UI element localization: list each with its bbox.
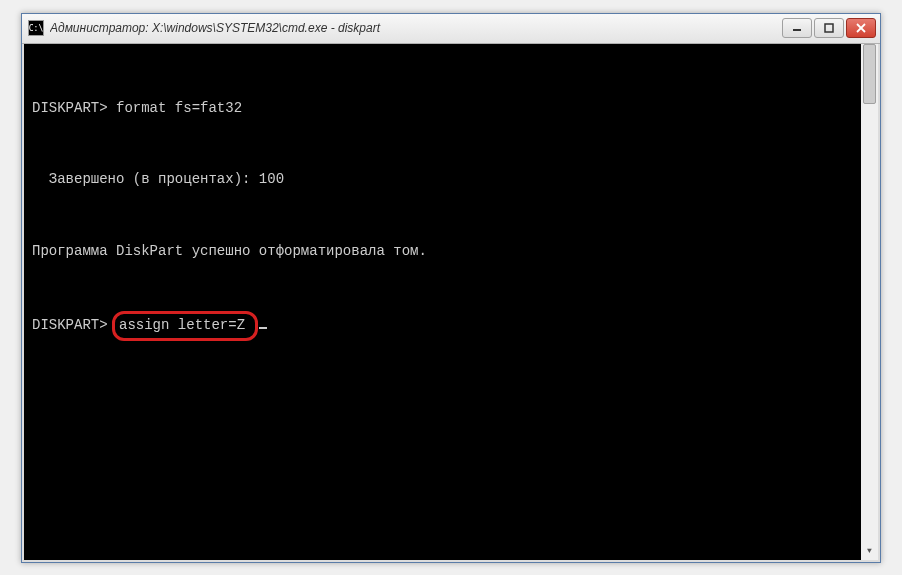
cmd-window: C:\ Администратор: X:\windows\SYSTEM32\c… <box>21 13 881 563</box>
console-line: Программа DiskPart успешно отформатирова… <box>32 240 852 264</box>
minimize-button[interactable] <box>782 18 812 38</box>
prompt: DISKPART> <box>32 317 116 333</box>
text-cursor <box>259 327 267 329</box>
close-button[interactable] <box>846 18 876 38</box>
console[interactable]: DISKPART> format fs=fat32 Завершено (в п… <box>22 44 880 562</box>
console-line: DISKPART> format fs=fat32 <box>32 97 852 121</box>
highlighted-command: assign letter=Z <box>112 311 258 341</box>
console-line: Завершено (в процентах): 100 <box>32 168 852 192</box>
window-controls <box>782 18 876 38</box>
command-text: format fs=fat32 <box>116 100 242 116</box>
window-title: Администратор: X:\windows\SYSTEM32\cmd.e… <box>50 21 782 35</box>
scrollbar-down-arrow-icon[interactable]: ▼ <box>861 543 878 560</box>
maximize-button[interactable] <box>814 18 844 38</box>
vertical-scrollbar[interactable]: ▼ <box>861 44 878 560</box>
svg-rect-1 <box>825 24 833 32</box>
titlebar[interactable]: C:\ Администратор: X:\windows\SYSTEM32\c… <box>22 14 880 44</box>
console-line: DISKPART> assign letter=Z <box>32 311 852 341</box>
app-icon: C:\ <box>28 20 44 36</box>
console-output: DISKPART> format fs=fat32 Завершено (в п… <box>32 50 852 389</box>
scrollbar-thumb[interactable] <box>863 44 876 104</box>
command-text: assign letter=Z <box>119 317 245 333</box>
prompt: DISKPART> <box>32 100 116 116</box>
